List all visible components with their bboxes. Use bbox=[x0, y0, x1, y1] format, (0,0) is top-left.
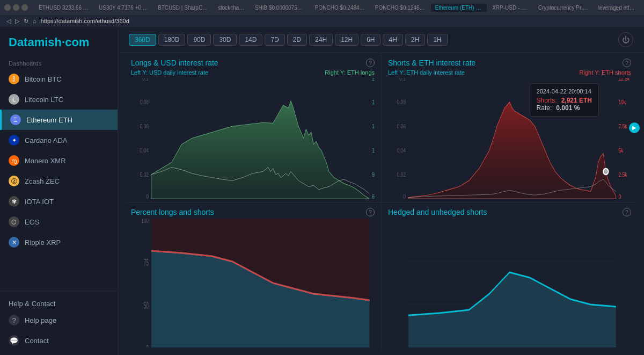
forward-btn[interactable]: ▷ bbox=[15, 18, 19, 25]
svg-text:0.1: 0.1 bbox=[399, 78, 406, 82]
time-buttons: 360D180D90D30D14D7D2D24H12H6H4H2H1H bbox=[129, 34, 448, 46]
eth-icon: Ξ bbox=[10, 114, 21, 125]
svg-point-39 bbox=[603, 169, 608, 175]
browser-tab[interactable]: PONCHO $0.24844650, Ponc... bbox=[311, 4, 370, 12]
time-btn-2h[interactable]: 2H bbox=[405, 34, 425, 46]
sidebar-item-xmr[interactable]: ɱMonero XMR bbox=[0, 150, 118, 171]
browser-tab[interactable]: PONCHO $0.12467 - Poncho P... bbox=[371, 4, 430, 12]
svg-text:0: 0 bbox=[618, 194, 621, 199]
url-bar: ◁ ▷ ↻ ⌂ https://datamish.com/ethusd/360d bbox=[0, 15, 644, 27]
sidebar-item-btc[interactable]: ₿Bitcoin BTC bbox=[0, 69, 118, 89]
browser-tab[interactable]: BTCUSD | SharpCharts | Stoc... bbox=[153, 4, 213, 12]
shorts-sub-left: Left Y: ETH daily interest rate bbox=[388, 69, 465, 76]
browser-tab[interactable]: US30Y 4.7176 +0.02% EMI... bbox=[94, 4, 152, 12]
hedged-chart-title: Hedged and unhedged shorts ? bbox=[388, 208, 631, 216]
percent-chart-container: 100 75 50 0 bbox=[131, 219, 375, 347]
time-btn-360d[interactable]: 360D bbox=[129, 34, 156, 46]
sidebar-item-zec[interactable]: ⓩZcash ZEC bbox=[0, 171, 118, 191]
sidebar-item-label-btc: Bitcoin BTC bbox=[25, 75, 62, 83]
longs-chart-title: Longs & USD interest rate ? bbox=[131, 59, 375, 67]
sidebar-item-ada[interactable]: ✦Cardano ADA bbox=[0, 130, 118, 150]
shorts-chart-svg: 0.1 0.08 0.06 0.04 0.02 0 12.5k 10k 7.5k… bbox=[388, 78, 631, 199]
svg-text:0: 0 bbox=[403, 194, 406, 199]
sidebar-item-help[interactable]: ? Help page bbox=[0, 310, 118, 330]
close-btn[interactable] bbox=[21, 4, 28, 11]
browser-tab[interactable]: SHIB $0.00000750 - SHIBA IN... bbox=[251, 4, 310, 12]
logo-text: Datamish·com bbox=[9, 35, 89, 49]
back-btn[interactable]: ◁ bbox=[6, 18, 11, 25]
maximize-btn[interactable] bbox=[13, 4, 19, 11]
shorts-info-icon[interactable]: ? bbox=[623, 59, 631, 67]
btc-icon: ₿ bbox=[9, 74, 19, 84]
browser-tab[interactable]: Cryptocurrency Prices, Charts... bbox=[534, 4, 593, 12]
svg-text:7.5k: 7.5k bbox=[618, 124, 627, 130]
browser-tab[interactable]: stockcharts.com bbox=[214, 4, 250, 12]
longs-info-icon[interactable]: ? bbox=[366, 59, 375, 67]
time-btn-14d[interactable]: 14D bbox=[239, 34, 262, 46]
longs-chart-container: 0.1 0.08 0.06 0.04 0.02 0 210k 180k 150k… bbox=[131, 78, 375, 199]
svg-text:75: 75 bbox=[144, 257, 149, 267]
browser-tabs: ETHUSD 3233.66 ▲ -0.97% E...US30Y 4.7176… bbox=[34, 4, 640, 12]
sidebar-item-label-eos: EOS bbox=[25, 218, 39, 226]
longs-chart-svg: 0.1 0.08 0.06 0.04 0.02 0 210k 180k 150k… bbox=[131, 78, 375, 199]
shorts-chart-title: Shorts & ETH interest rate ? bbox=[388, 59, 631, 67]
browser-controls bbox=[4, 4, 28, 11]
longs-sub-right: Right Y: ETH longs bbox=[325, 69, 375, 76]
minimize-btn[interactable] bbox=[4, 4, 11, 11]
shorts-sub-right: Right Y: ETH shorts bbox=[580, 69, 631, 76]
help-icon: ? bbox=[9, 315, 19, 325]
expand-button-right[interactable]: ▶ bbox=[629, 122, 640, 133]
sidebar-item-ltc[interactable]: ŁLitecoin LTC bbox=[0, 89, 118, 110]
svg-text:0.02: 0.02 bbox=[397, 172, 406, 178]
time-btn-90d[interactable]: 90D bbox=[187, 34, 211, 46]
iota-icon: ✾ bbox=[9, 196, 19, 207]
browser-tab[interactable]: leveraged etf - Search bbox=[594, 4, 640, 12]
svg-text:90k: 90k bbox=[372, 172, 375, 178]
ltc-icon: Ł bbox=[9, 94, 19, 105]
zec-icon: ⓩ bbox=[9, 176, 19, 186]
time-btn-12h[interactable]: 12H bbox=[335, 34, 358, 46]
svg-text:0.08: 0.08 bbox=[397, 100, 406, 106]
eos-icon: ⬡ bbox=[9, 216, 19, 227]
contact-icon: 💬 bbox=[9, 335, 19, 346]
sidebar-item-xrp[interactable]: ✕Ripple XRP bbox=[0, 232, 118, 252]
sidebar-item-eos[interactable]: ⬡EOS bbox=[0, 212, 118, 232]
svg-text:5k: 5k bbox=[618, 148, 623, 154]
browser-tab[interactable]: ETHUSD 3233.66 ▲ -0.97% E... bbox=[34, 4, 93, 12]
time-btn-2d[interactable]: 2D bbox=[287, 34, 307, 46]
svg-text:10k: 10k bbox=[618, 100, 626, 106]
sidebar-item-label-ada: Cardano ADA bbox=[25, 136, 68, 144]
sidebar-item-contact[interactable]: 💬 Contact bbox=[0, 330, 118, 351]
percent-chart-title: Percent longs and shorts ? bbox=[131, 208, 375, 216]
toolbar: 360D180D90D30D14D7D2D24H12H6H4H2H1H ⏻ bbox=[118, 27, 644, 53]
hedged-chart-svg bbox=[388, 219, 631, 347]
sidebar-item-label-xmr: Monero XMR bbox=[25, 157, 66, 165]
ada-icon: ✦ bbox=[9, 135, 19, 146]
reload-btn[interactable]: ↻ bbox=[24, 18, 28, 25]
time-btn-30d[interactable]: 30D bbox=[213, 34, 237, 46]
time-btn-7d[interactable]: 7D bbox=[265, 34, 284, 46]
sidebar-item-iota[interactable]: ✾IOTA IOT bbox=[0, 191, 118, 212]
sidebar-item-eth[interactable]: ΞEthereum ETH bbox=[0, 110, 118, 130]
time-btn-6h[interactable]: 6H bbox=[361, 34, 380, 46]
time-btn-24h[interactable]: 24H bbox=[309, 34, 333, 46]
svg-text:50: 50 bbox=[144, 300, 149, 310]
browser-tab[interactable]: XRP-USD - Coinbase bbox=[488, 4, 533, 12]
sidebar-item-label-eth: Ethereum ETH bbox=[26, 116, 72, 124]
home-btn[interactable]: ⌂ bbox=[33, 18, 36, 24]
svg-text:0.02: 0.02 bbox=[140, 172, 149, 178]
hedged-info-icon[interactable]: ? bbox=[623, 208, 631, 216]
svg-text:210k: 210k bbox=[372, 78, 375, 82]
sidebar-items-list: ₿Bitcoin BTCŁLitecoin LTCΞEthereum ETH✦C… bbox=[0, 69, 118, 252]
sidebar-item-label-zec: Zcash ZEC bbox=[25, 177, 60, 185]
percent-info-icon[interactable]: ? bbox=[366, 208, 375, 216]
help-contact-title: Help & Contact bbox=[0, 295, 118, 310]
app-container: Datamish·com Dashboards ₿Bitcoin BTCŁLit… bbox=[0, 27, 644, 355]
browser-tab[interactable]: Ethereum (ETH) market ta... bbox=[431, 4, 487, 12]
time-btn-180d[interactable]: 180D bbox=[158, 34, 186, 46]
shorts-chart-subtitle: Left Y: ETH daily interest rate Right Y:… bbox=[388, 69, 631, 76]
time-btn-1h[interactable]: 1H bbox=[427, 34, 447, 46]
power-button[interactable]: ⏻ bbox=[618, 32, 633, 47]
logo: Datamish·com bbox=[0, 27, 118, 56]
time-btn-4h[interactable]: 4H bbox=[383, 34, 402, 46]
